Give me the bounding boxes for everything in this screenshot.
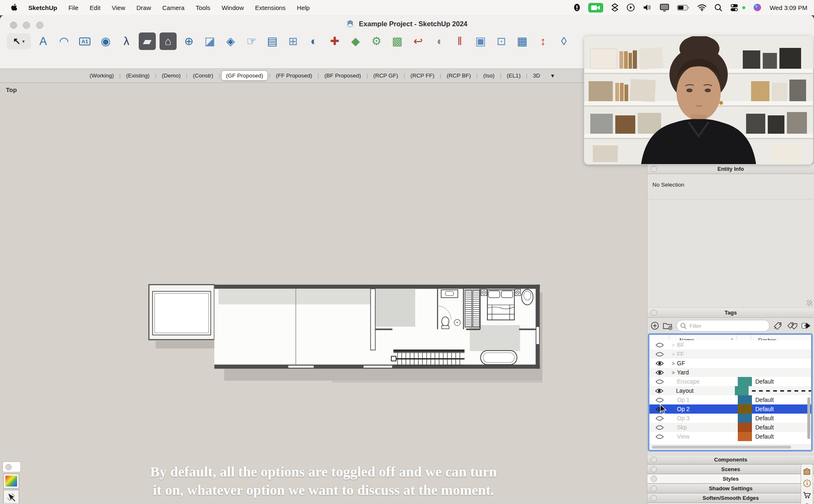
- panel-scenes[interactable]: Scenes: [647, 464, 814, 474]
- walk-tool-button[interactable]: λ: [118, 32, 135, 50]
- scene-tab-ff-proposed[interactable]: (FF Proposed): [272, 71, 316, 80]
- protractor-tool-button[interactable]: ◠: [55, 32, 72, 50]
- scene-tab-rcp-ff[interactable]: (RCP FF): [406, 71, 439, 80]
- scene-tab-el1[interactable]: (EL1): [503, 71, 525, 80]
- eye-open-icon[interactable]: [649, 361, 669, 366]
- panel-styles[interactable]: Styles: [647, 474, 814, 484]
- menu-help[interactable]: Help: [297, 4, 310, 11]
- scene-tab-3d[interactable]: 3D: [529, 71, 544, 80]
- component-box-icon[interactable]: [803, 468, 811, 475]
- eye-closed-icon[interactable]: [649, 342, 669, 348]
- tag-row-layout[interactable]: Layout: [649, 386, 811, 395]
- section-plane-tool-button[interactable]: ◪: [201, 32, 218, 50]
- scene-tab-constr[interactable]: (Constr): [189, 71, 217, 80]
- text-tool-button[interactable]: A: [35, 32, 52, 50]
- tag-filter-field[interactable]: [677, 320, 769, 332]
- menu-app-name[interactable]: SketchUp: [28, 4, 57, 11]
- tag-dash-style[interactable]: Default: [752, 433, 811, 440]
- horizontal-scrollbar[interactable]: [652, 446, 791, 449]
- stack-icon[interactable]: [611, 3, 619, 12]
- menu-file[interactable]: File: [68, 4, 78, 11]
- panel-circle-icon[interactable]: [651, 457, 657, 463]
- color-picker-button[interactable]: [3, 474, 19, 489]
- tag-row-view[interactable]: ViewDefault: [649, 432, 811, 441]
- copy-tool-button[interactable]: ▣: [472, 32, 489, 50]
- display-icon[interactable]: [660, 3, 669, 12]
- tag-color-swatch[interactable]: [738, 432, 752, 441]
- drape-tool-button[interactable]: ◊: [555, 32, 572, 50]
- battery-icon[interactable]: [677, 3, 689, 12]
- panels-tool-button[interactable]: ⊞: [285, 32, 302, 50]
- tag-dash-style[interactable]: Default: [752, 415, 811, 422]
- tags-header[interactable]: Tags: [647, 307, 814, 318]
- tag-row-op-2[interactable]: Op 2Default: [649, 404, 811, 414]
- panel-circle-icon[interactable]: [651, 476, 657, 482]
- disclosure-chevron-icon[interactable]: >: [669, 369, 677, 376]
- position-camera-tool-button[interactable]: ⌂: [160, 32, 177, 50]
- eye-closed-icon[interactable]: [649, 397, 669, 403]
- scene-tab-existing[interactable]: (Existing): [122, 71, 154, 80]
- tag-dash-style[interactable]: Default: [752, 424, 811, 431]
- webcam-overlay[interactable]: [584, 36, 813, 165]
- tag-dash-style[interactable]: Default: [752, 378, 811, 385]
- eraser-tool-button[interactable]: ▰: [139, 32, 156, 50]
- tag-color-swatch[interactable]: [738, 414, 752, 423]
- scene-tab-working[interactable]: (Working): [85, 71, 118, 80]
- menu-bar-clock[interactable]: Wed 3:09 PM: [769, 4, 807, 11]
- disclosure-chevron-icon[interactable]: >: [669, 360, 677, 367]
- edit-tag-icon[interactable]: [773, 322, 783, 330]
- tag-row-skp[interactable]: SkpDefault: [649, 423, 811, 432]
- dome-tool-button[interactable]: ◖: [430, 32, 447, 50]
- tag-dash-style[interactable]: Default: [752, 406, 811, 412]
- disclosure-chevron-icon[interactable]: >: [669, 342, 677, 348]
- tag-row-enscape[interactable]: EnscapeDefault: [649, 377, 811, 386]
- gears-tool-button[interactable]: ⚙: [368, 32, 385, 50]
- follow-me-tool-button[interactable]: ◆: [347, 32, 364, 50]
- menu-draw[interactable]: Draw: [136, 4, 151, 11]
- dimension-tool-button[interactable]: A1: [76, 32, 93, 50]
- scene-tab-rcp-bf[interactable]: (RCP BF): [442, 71, 475, 80]
- control-center-icon[interactable]: [730, 3, 739, 12]
- tag-color-swatch[interactable]: [738, 423, 752, 432]
- eye-closed-icon[interactable]: [649, 379, 669, 384]
- menu-tools[interactable]: Tools: [196, 4, 210, 11]
- wifi-icon[interactable]: [697, 3, 707, 12]
- eye-open-icon[interactable]: [649, 370, 669, 375]
- menu-edit[interactable]: Edit: [90, 4, 100, 11]
- tags-stack-icon[interactable]: [787, 322, 798, 330]
- add-tag-icon[interactable]: [651, 322, 659, 330]
- soften-edges-tool-button[interactable]: ▩: [389, 32, 406, 50]
- tag-color-swatch[interactable]: [738, 395, 752, 404]
- tag-row-ff[interactable]: >FF: [649, 349, 811, 359]
- tag-color-swatch[interactable]: [738, 404, 752, 414]
- eye-closed-icon[interactable]: [649, 352, 669, 357]
- panel-circle-icon[interactable]: [651, 495, 657, 501]
- eye-open-icon[interactable]: [649, 388, 669, 394]
- add-tag-folder-icon[interactable]: [663, 322, 673, 330]
- siri-icon[interactable]: [753, 3, 762, 12]
- select-tool-button[interactable]: ↖ ▾: [7, 33, 31, 49]
- tag-row-op-3[interactable]: Op 3Default: [649, 414, 811, 423]
- paste-in-place-tool-button[interactable]: ⊡: [493, 32, 510, 50]
- menu-window[interactable]: Window: [222, 4, 244, 11]
- tag-dash-style[interactable]: Default: [752, 397, 811, 403]
- palette-header[interactable]: [2, 462, 21, 472]
- smoove-tool-button[interactable]: ↕: [534, 32, 552, 50]
- report-tool-button[interactable]: ▤: [264, 32, 281, 50]
- panel-soften-smooth-edges[interactable]: Soften/Smooth Edges: [647, 493, 814, 503]
- cart-icon[interactable]: [803, 492, 811, 499]
- photo-match-tool-button[interactable]: ◉: [97, 32, 114, 50]
- details-arrow-icon[interactable]: [802, 322, 811, 330]
- vertical-scrollbar[interactable]: [807, 397, 810, 439]
- panel-circle-icon[interactable]: [651, 166, 657, 172]
- scene-tab-bf-proposed[interactable]: (BF Proposed): [320, 71, 365, 80]
- scene-tab-rcp-gf[interactable]: (RCP GF): [369, 71, 402, 80]
- disclosure-chevron-icon[interactable]: >: [669, 351, 677, 357]
- record-status-icon[interactable]: [574, 3, 580, 12]
- panel-components[interactable]: Components: [647, 455, 814, 464]
- axes-tool-button[interactable]: ✚: [326, 32, 343, 50]
- eye-closed-icon[interactable]: [649, 416, 669, 421]
- scene-tab-gf-proposed[interactable]: (GF Proposed): [221, 70, 267, 81]
- eye-closed-icon[interactable]: [649, 425, 669, 430]
- tag-color-swatch[interactable]: [735, 386, 749, 395]
